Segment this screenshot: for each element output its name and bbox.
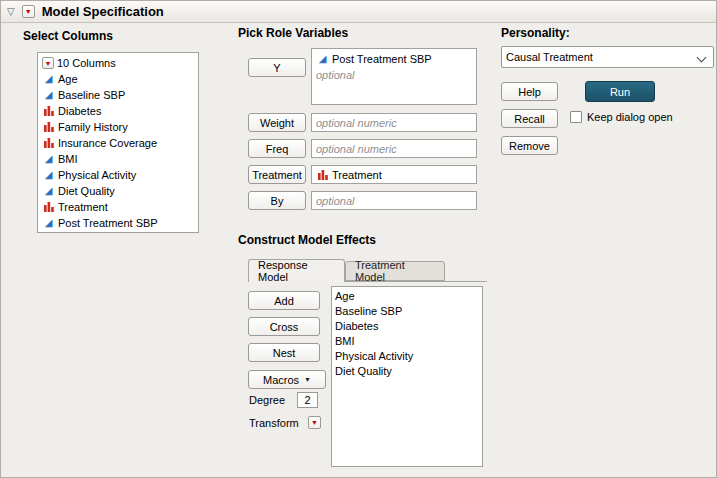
transform-label: Transform <box>249 417 299 429</box>
continuous-variable-icon: ◢ <box>316 54 329 64</box>
weight-role-button[interactable]: Weight <box>248 113 306 132</box>
recall-button[interactable]: Recall <box>501 109 558 128</box>
tab-response-model[interactable]: Response Model <box>248 259 345 282</box>
title-bar: ▽ ▼ Model Specification <box>1 1 716 23</box>
personality-label: Personality: <box>501 26 570 40</box>
continuous-variable-icon: ◢ <box>42 90 55 100</box>
nominal-variable-icon <box>316 170 329 180</box>
continuous-variable-icon: ◢ <box>42 154 55 164</box>
list-item[interactable]: Age <box>332 289 482 304</box>
keep-dialog-open-checkbox[interactable] <box>570 111 582 123</box>
weight-role-dropzone[interactable]: optional numeric <box>311 113 477 132</box>
chevron-down-icon <box>697 53 707 63</box>
list-item[interactable]: Diabetes <box>40 103 196 119</box>
columns-menu-button[interactable]: ▼ <box>42 57 54 69</box>
nominal-variable-icon <box>42 202 55 212</box>
y-role-value-row[interactable]: ◢ Post Treatment SBP <box>316 51 472 67</box>
column-label: Physical Activity <box>58 169 136 181</box>
list-item[interactable]: ◢ Age <box>40 71 196 87</box>
personality-selected-value: Causal Treatment <box>506 51 593 63</box>
remove-button[interactable]: Remove <box>501 136 558 155</box>
red-triangle-icon: ▼ <box>45 60 52 67</box>
list-item[interactable]: Diet Quality <box>332 364 482 379</box>
model-specification-window: ▽ ▼ Model Specification Select Columns ▼… <box>0 0 717 478</box>
list-item[interactable]: ◢ Diet Quality <box>40 183 196 199</box>
add-button[interactable]: Add <box>248 291 320 310</box>
cross-button[interactable]: Cross <box>248 317 320 336</box>
list-item[interactable]: Treatment <box>40 199 196 215</box>
treatment-role-value: Treatment <box>332 169 382 181</box>
nominal-variable-icon <box>42 122 55 132</box>
column-label: BMI <box>58 153 78 165</box>
list-item[interactable]: BMI <box>332 334 482 349</box>
red-triangle-icon: ▼ <box>311 419 318 426</box>
columns-list: ▼ 10 Columns ◢ Age ◢ Baseline SBP Diabet… <box>37 52 199 233</box>
columns-count-label: 10 Columns <box>57 57 116 69</box>
y-role-button[interactable]: Y <box>248 58 306 77</box>
list-item[interactable]: Baseline SBP <box>332 304 482 319</box>
transform-menu-button[interactable]: ▼ <box>308 416 321 429</box>
continuous-variable-icon: ◢ <box>42 74 55 84</box>
personality-select[interactable]: Causal Treatment <box>501 46 714 68</box>
list-item[interactable]: ◢ Baseline SBP <box>40 87 196 103</box>
freq-role-dropzone[interactable]: optional numeric <box>311 139 477 158</box>
column-label: Baseline SBP <box>58 89 125 101</box>
y-role-value: Post Treatment SBP <box>332 53 432 65</box>
by-role-button[interactable]: By <box>248 191 306 210</box>
y-role-placeholder: optional <box>316 69 355 81</box>
column-label: Insurance Coverage <box>58 137 157 149</box>
construct-model-effects-label: Construct Model Effects <box>238 233 376 247</box>
nest-button[interactable]: Nest <box>248 343 320 362</box>
select-columns-label: Select Columns <box>23 29 113 43</box>
macros-button-label: Macros <box>263 374 299 386</box>
nominal-variable-icon <box>42 138 55 148</box>
continuous-variable-icon: ◢ <box>42 186 55 196</box>
weight-role-placeholder: optional numeric <box>316 117 397 129</box>
treatment-role-dropzone[interactable]: Treatment <box>311 165 477 184</box>
columns-count-header: ▼ 10 Columns <box>40 55 196 71</box>
list-item[interactable]: ◢ Post Treatment SBP <box>40 215 196 231</box>
column-label: Post Treatment SBP <box>58 217 158 229</box>
chevron-down-icon: ▼ <box>304 376 311 383</box>
column-label: Treatment <box>58 201 108 213</box>
by-role-dropzone[interactable]: optional <box>311 191 477 210</box>
page-title: Model Specification <box>42 4 164 19</box>
treatment-role-button[interactable]: Treatment <box>248 165 306 184</box>
pick-role-variables-label: Pick Role Variables <box>238 26 348 40</box>
degree-field[interactable]: 2 <box>297 392 318 408</box>
model-effects-list: Age Baseline SBP Diabetes BMI Physical A… <box>331 286 483 467</box>
column-label: Diet Quality <box>58 185 115 197</box>
column-label: Family History <box>58 121 128 133</box>
degree-label: Degree <box>249 394 285 406</box>
freq-role-placeholder: optional numeric <box>316 143 397 155</box>
continuous-variable-icon: ◢ <box>42 218 55 228</box>
help-button[interactable]: Help <box>501 82 558 101</box>
red-triangle-menu-button[interactable]: ▼ <box>22 5 35 18</box>
y-role-dropzone[interactable]: ◢ Post Treatment SBP optional <box>311 48 477 105</box>
red-triangle-icon: ▼ <box>25 8 32 15</box>
continuous-variable-icon: ◢ <box>42 170 55 180</box>
list-item[interactable]: Physical Activity <box>332 349 482 364</box>
tab-treatment-model[interactable]: Treatment Model <box>345 261 445 281</box>
list-item[interactable]: ◢ Physical Activity <box>40 167 196 183</box>
list-item[interactable]: ◢ BMI <box>40 151 196 167</box>
list-item[interactable]: Insurance Coverage <box>40 135 196 151</box>
disclosure-triangle-icon[interactable]: ▽ <box>7 6 15 17</box>
by-role-placeholder: optional <box>316 195 355 207</box>
keep-dialog-open-label: Keep dialog open <box>587 111 673 123</box>
column-label: Age <box>58 73 78 85</box>
nominal-variable-icon <box>42 106 55 116</box>
list-item[interactable]: Family History <box>40 119 196 135</box>
macros-button[interactable]: Macros ▼ <box>248 370 326 389</box>
column-label: Diabetes <box>58 105 101 117</box>
freq-role-button[interactable]: Freq <box>248 139 306 158</box>
list-item[interactable]: Diabetes <box>332 319 482 334</box>
run-button[interactable]: Run <box>585 81 655 102</box>
